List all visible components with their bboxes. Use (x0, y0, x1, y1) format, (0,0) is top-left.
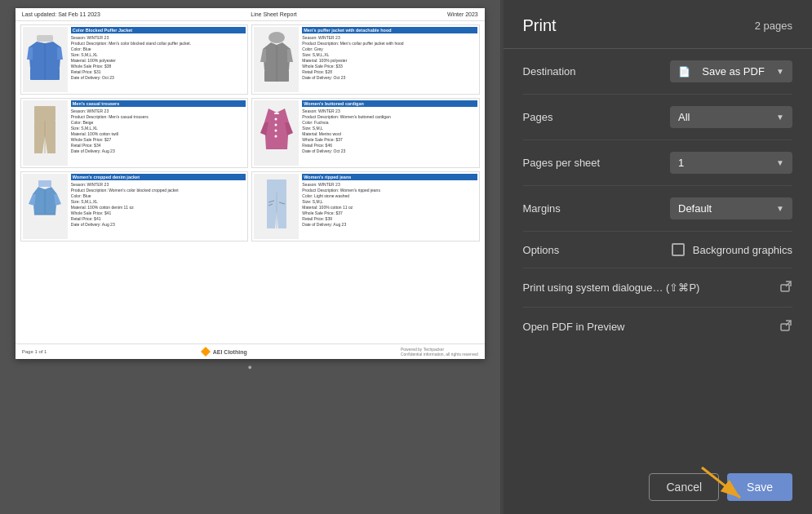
margins-arrow-icon: ▼ (776, 204, 784, 213)
garment-detail-5: Season: WINTER 23 Product Description: W… (71, 182, 246, 228)
margins-value: Default (678, 202, 712, 215)
destination-select[interactable]: 📄 Save as PDF ▼ (670, 60, 792, 82)
garment-image-2 (254, 27, 299, 92)
print-title: Print (523, 16, 557, 35)
garment-info-5: Women's cropped denim jacket Season: WIN… (71, 174, 246, 239)
garment-detail-1: Season: WINTER 23 Product Description: M… (71, 35, 246, 81)
margins-select[interactable]: Default ▼ (670, 197, 792, 219)
garment-card-4: Women's buttoned cardigan Season: WINTER… (251, 98, 480, 168)
garment-info-3: Men's casual trousers Season: WINTER 23 … (71, 100, 246, 166)
footer-logo: AEI Clothing (201, 347, 247, 357)
print-footer: Cancel Save (504, 460, 812, 514)
svg-rect-16 (267, 179, 286, 193)
header-center: Line Sheet Report (251, 11, 296, 17)
garment-image-6 (254, 174, 299, 239)
destination-label: Destination (523, 65, 621, 78)
garment-title-5: Women's cropped denim jacket (71, 174, 246, 180)
garment-title-3: Men's casual trousers (71, 100, 246, 107)
destination-icon: 📄 (678, 66, 690, 78)
svg-point-3 (268, 32, 285, 43)
header-left: Last updated: Sat Feb 11 2023 (22, 11, 100, 17)
pages-per-sheet-label: Pages per sheet (523, 157, 621, 169)
svg-line-25 (786, 321, 791, 326)
save-arrow-indicator (698, 463, 747, 504)
garment-image-1 (23, 27, 68, 92)
svg-line-23 (786, 281, 791, 286)
destination-row: Destination 📄 Save as PDF ▼ (523, 49, 792, 95)
garment-image-5 (23, 174, 68, 239)
garment-image-3 (23, 100, 68, 166)
print-panel: Print 2 pages Destination 📄 Save as PDF … (504, 0, 812, 514)
page-footer: Page 1 of 1 AEI Clothing Powered by Tech… (16, 343, 485, 359)
pages-per-sheet-select[interactable]: 1 ▼ (670, 152, 792, 174)
preview-page-indicator: ● (248, 363, 252, 371)
page-header: Last updated: Sat Feb 11 2023 Line Sheet… (16, 8, 485, 21)
svg-rect-24 (781, 324, 789, 330)
pages-label: Pages (523, 111, 621, 123)
svg-point-10 (274, 124, 277, 126)
garment-card-2: Men's puffer jacket with detachable hood… (251, 24, 480, 95)
print-options: Destination 📄 Save as PDF ▼ Pages All ▼ … (504, 49, 812, 460)
pages-per-sheet-value: 1 (678, 157, 684, 169)
garment-card-5: Women's cropped denim jacket Season: WIN… (20, 171, 249, 241)
footer-powered: Powered by Techpacker Confidential infor… (401, 347, 478, 357)
page-content: Color Blocked Puffer Jacket Season: WINT… (16, 21, 485, 245)
destination-arrow-icon: ▼ (776, 67, 784, 76)
garment-card-3: Men's casual trousers Season: WINTER 23 … (20, 98, 249, 168)
open-pdf-external-icon (779, 319, 792, 335)
garment-card: Color Blocked Puffer Jacket Season: WINT… (20, 24, 249, 95)
open-pdf-row[interactable]: Open PDF in Preview (523, 308, 792, 346)
destination-value: Save as PDF (702, 65, 765, 78)
system-dialogue-label: Print using system dialogue… (⇧⌘P) (523, 281, 700, 294)
system-dialogue-external-icon (779, 280, 792, 295)
pages-arrow-icon: ▼ (776, 113, 784, 122)
garment-info-6: Women's ripped jeans Season: WINTER 23 P… (302, 174, 477, 239)
garment-detail-4: Season: WINTER 23 Product Description: W… (302, 109, 477, 154)
svg-point-12 (274, 135, 277, 138)
background-graphics-label: Background graphics (693, 244, 792, 256)
page-preview: Last updated: Sat Feb 11 2023 Line Sheet… (16, 8, 485, 359)
margins-label: Margins (523, 202, 621, 215)
company-name: AEI Clothing (213, 349, 247, 355)
garment-title-4: Women's buttoned cardigan (302, 100, 477, 107)
footer-page-num: Page 1 of 1 (22, 349, 47, 354)
pages-select[interactable]: All ▼ (670, 106, 792, 128)
pages-per-sheet-arrow-icon: ▼ (776, 158, 784, 167)
svg-point-9 (274, 118, 277, 121)
garment-detail-6: Season: WINTER 23 Product Description: W… (302, 182, 477, 228)
preview-area: Last updated: Sat Feb 11 2023 Line Sheet… (0, 0, 500, 514)
svg-rect-6 (34, 106, 55, 121)
print-header: Print 2 pages (504, 0, 812, 49)
system-dialogue-row[interactable]: Print using system dialogue… (⇧⌘P) (523, 268, 792, 308)
margins-row: Margins Default ▼ (523, 186, 792, 232)
garment-detail-2: Season: WINTER 23 Product Description: M… (302, 35, 477, 81)
garment-detail-3: Season: WINTER 23 Product Description: M… (71, 109, 246, 154)
print-pages-count: 2 pages (755, 20, 792, 32)
pages-per-sheet-row: Pages per sheet 1 ▼ (523, 140, 792, 186)
options-row: Options Background graphics (523, 232, 792, 268)
svg-rect-13 (38, 180, 51, 187)
garment-image-4 (254, 100, 299, 166)
background-graphics-checkbox[interactable] (672, 243, 685, 256)
svg-rect-22 (781, 285, 789, 291)
open-pdf-label: Open PDF in Preview (523, 321, 625, 333)
garment-info-2: Men's puffer jacket with detachable hood… (302, 27, 477, 92)
svg-point-11 (274, 130, 277, 132)
svg-marker-21 (201, 347, 211, 357)
header-right: Winter 2023 (447, 11, 478, 17)
options-label: Options (523, 244, 621, 256)
garment-info-4: Women's buttoned cardigan Season: WINTER… (302, 100, 477, 166)
garment-card-6: Women's ripped jeans Season: WINTER 23 P… (251, 171, 480, 241)
garment-title-2: Men's puffer jacket with detachable hood (302, 27, 477, 33)
pages-value: All (678, 111, 690, 123)
svg-rect-8 (274, 113, 279, 114)
garment-title-6: Women's ripped jeans (302, 174, 477, 180)
svg-line-27 (702, 467, 740, 498)
svg-rect-0 (37, 35, 53, 42)
pages-row: Pages All ▼ (523, 95, 792, 140)
garment-title-1: Color Blocked Puffer Jacket (71, 27, 246, 33)
garment-info-1: Color Blocked Puffer Jacket Season: WINT… (71, 27, 246, 92)
background-graphics-container: Background graphics (672, 243, 792, 256)
